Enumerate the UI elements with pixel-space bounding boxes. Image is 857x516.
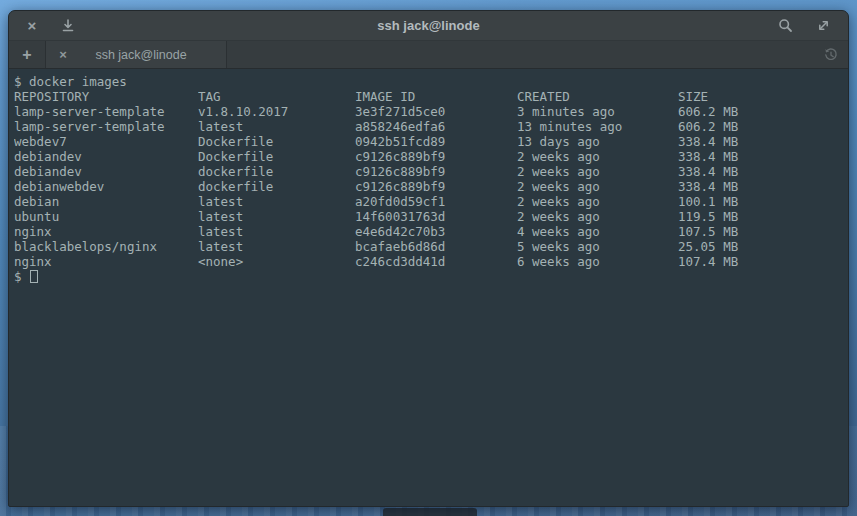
table-row: debiandev dockerfile c9126c889bf9 2 week… xyxy=(14,164,842,179)
cell-image-id: c246cd3dd41d xyxy=(355,254,517,269)
cell-created: 2 weeks ago xyxy=(517,149,678,164)
cell-image-id: c9126c889bf9 xyxy=(355,164,517,179)
cell-image-id: 0942b51fcd89 xyxy=(355,134,517,149)
cell-image-id: bcafaeb6d86d xyxy=(355,239,517,254)
cell-size: 338.4 MB xyxy=(678,164,842,179)
cell-tag: dockerfile xyxy=(198,164,355,179)
fullscreen-button[interactable] xyxy=(812,15,834,37)
cell-repository: blacklabelops/nginx xyxy=(14,239,198,254)
cell-repository: lamp-server-template xyxy=(14,119,198,134)
table-row: debian latest a20fd0d59cf1 2 weeks ago 1… xyxy=(14,194,842,209)
tab-bar: + × ssh jack@linode xyxy=(9,41,848,69)
cell-created: 2 weeks ago xyxy=(517,179,678,194)
terminal-screen[interactable]: $ docker images REPOSITORY TAG IMAGE ID … xyxy=(9,69,848,506)
history-icon xyxy=(823,47,839,63)
cell-created: 3 minutes ago xyxy=(517,104,678,119)
cell-tag: v1.8.10.2017 xyxy=(198,104,355,119)
cell-tag: Dockerfile xyxy=(198,134,355,149)
cell-size: 100.1 MB xyxy=(678,194,842,209)
table-row: nginx latest e4e6d42c70b3 4 weeks ago 10… xyxy=(14,224,842,239)
search-icon xyxy=(778,18,793,33)
cell-repository: nginx xyxy=(14,254,198,269)
terminal-cursor xyxy=(30,270,38,283)
header-created: CREATED xyxy=(517,89,678,104)
titlebar[interactable]: × ssh jack@linode xyxy=(9,11,848,41)
cell-created: 4 weeks ago xyxy=(517,224,678,239)
cell-size: 606.2 MB xyxy=(678,119,842,134)
tabbar-empty-space xyxy=(227,41,814,68)
new-tab-button[interactable]: + xyxy=(9,41,46,68)
download-button[interactable] xyxy=(57,15,79,37)
cell-image-id: 14f60031763d xyxy=(355,209,517,224)
tab-ssh-jack-linode[interactable]: × ssh jack@linode xyxy=(46,41,227,68)
header-repository: REPOSITORY xyxy=(14,89,198,104)
header-size: SIZE xyxy=(678,89,842,104)
command-line: $ docker images xyxy=(14,74,842,89)
table-row: ubuntu latest 14f60031763d 2 weeks ago 1… xyxy=(14,209,842,224)
cell-size: 107.4 MB xyxy=(678,254,842,269)
cell-repository: nginx xyxy=(14,224,198,239)
table-row: debiandev Dockerfile c9126c889bf9 2 week… xyxy=(14,149,842,164)
prompt-line: $ xyxy=(14,269,842,284)
cell-tag: latest xyxy=(198,194,355,209)
cell-repository: lamp-server-template xyxy=(14,104,198,119)
cell-size: 107.5 MB xyxy=(678,224,842,239)
cell-tag: latest xyxy=(198,209,355,224)
cell-created: 13 days ago xyxy=(517,134,678,149)
plus-icon: + xyxy=(22,46,31,64)
window-title: ssh jack@linode xyxy=(9,18,848,33)
cell-created: 2 weeks ago xyxy=(517,209,678,224)
close-icon: × xyxy=(28,18,37,33)
restore-closed-tab-button[interactable] xyxy=(814,41,848,68)
cell-created: 2 weeks ago xyxy=(517,164,678,179)
cell-repository: webdev7 xyxy=(14,134,198,149)
cell-size: 606.2 MB xyxy=(678,104,842,119)
header-tag: TAG xyxy=(198,89,355,104)
cell-tag: latest xyxy=(198,239,355,254)
cell-image-id: c9126c889bf9 xyxy=(355,179,517,194)
table-row: lamp-server-template v1.8.10.2017 3e3f27… xyxy=(14,104,842,119)
table-row: blacklabelops/nginx latest bcafaeb6d86d … xyxy=(14,239,842,254)
cell-image-id: 3e3f271d5ce0 xyxy=(355,104,517,119)
cell-tag: dockerfile xyxy=(198,179,355,194)
cell-size: 25.05 MB xyxy=(678,239,842,254)
tab-close-button[interactable]: × xyxy=(56,47,70,62)
search-button[interactable] xyxy=(774,15,796,37)
table-row: nginx <none> c246cd3dd41d 6 weeks ago 10… xyxy=(14,254,842,269)
table-row: debianwebdev dockerfile c9126c889bf9 2 w… xyxy=(14,179,842,194)
terminal-window: × ssh jack@linode xyxy=(8,10,849,507)
header-image-id: IMAGE ID xyxy=(355,89,517,104)
close-window-button[interactable]: × xyxy=(21,15,43,37)
cell-repository: debiandev xyxy=(14,164,198,179)
fullscreen-icon xyxy=(816,18,831,33)
cell-tag: <none> xyxy=(198,254,355,269)
table-row: webdev7 Dockerfile 0942b51fcd89 13 days … xyxy=(14,134,842,149)
download-icon xyxy=(61,19,75,33)
image-table-body: lamp-server-template v1.8.10.2017 3e3f27… xyxy=(14,104,842,269)
cell-repository: debianwebdev xyxy=(14,179,198,194)
cell-size: 338.4 MB xyxy=(678,134,842,149)
cell-repository: ubuntu xyxy=(14,209,198,224)
cell-tag: latest xyxy=(198,224,355,239)
dock-peek[interactable] xyxy=(383,508,477,516)
cell-size: 338.4 MB xyxy=(678,149,842,164)
cell-created: 13 minutes ago xyxy=(517,119,678,134)
cell-repository: debiandev xyxy=(14,149,198,164)
cell-tag: Dockerfile xyxy=(198,149,355,164)
table-row: lamp-server-template latest a858246edfa6… xyxy=(14,119,842,134)
cell-size: 119.5 MB xyxy=(678,209,842,224)
cell-tag: latest xyxy=(198,119,355,134)
cell-repository: debian xyxy=(14,194,198,209)
tab-label: ssh jack@linode xyxy=(78,48,216,62)
prompt-symbol: $ xyxy=(14,269,22,284)
close-icon: × xyxy=(59,47,67,62)
cell-image-id: a20fd0d59cf1 xyxy=(355,194,517,209)
cell-image-id: a858246edfa6 xyxy=(355,119,517,134)
cell-created: 6 weeks ago xyxy=(517,254,678,269)
cell-created: 5 weeks ago xyxy=(517,239,678,254)
cell-created: 2 weeks ago xyxy=(517,194,678,209)
cell-size: 338.4 MB xyxy=(678,179,842,194)
table-header-row: REPOSITORY TAG IMAGE ID CREATED SIZE xyxy=(14,89,842,104)
cell-image-id: c9126c889bf9 xyxy=(355,149,517,164)
cell-image-id: e4e6d42c70b3 xyxy=(355,224,517,239)
